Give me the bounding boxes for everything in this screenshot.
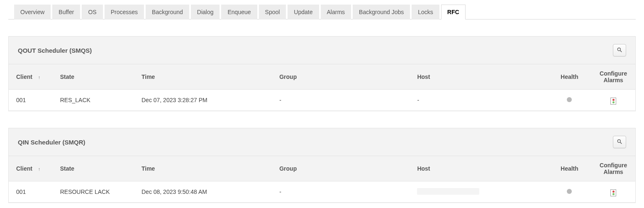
col-health[interactable]: Health: [548, 156, 592, 181]
col-client[interactable]: Client ↑: [9, 64, 53, 90]
col-client-label: Client: [16, 165, 32, 172]
col-group[interactable]: Group: [272, 64, 410, 90]
cell-health: [548, 90, 592, 111]
tab-os[interactable]: OS: [82, 5, 102, 20]
cell-health: [548, 181, 592, 203]
col-health[interactable]: Health: [548, 64, 592, 90]
svg-line-1: [620, 50, 622, 52]
traffic-red-icon: [612, 191, 615, 193]
traffic-red-icon: [612, 99, 615, 101]
svg-point-0: [617, 48, 620, 51]
col-alarms[interactable]: Configure Alarms: [591, 156, 635, 181]
traffic-green-icon: [612, 101, 615, 103]
sort-asc-icon: ↑: [38, 75, 41, 80]
tab-overview[interactable]: Overview: [14, 5, 51, 20]
scheduler-table: Client ↑ State Time Group Host Health Co…: [9, 64, 635, 111]
cell-group: -: [272, 181, 410, 203]
search-button[interactable]: [613, 44, 626, 56]
col-alarms[interactable]: Configure Alarms: [591, 64, 635, 90]
tab-rfc[interactable]: RFC: [441, 5, 466, 20]
tab-enqueue[interactable]: Enqueue: [221, 5, 257, 20]
tab-spool[interactable]: Spool: [259, 5, 286, 20]
col-client-label: Client: [16, 73, 32, 80]
col-state[interactable]: State: [53, 156, 134, 181]
panel-header: QOUT Scheduler (SMQS): [9, 37, 635, 64]
col-host[interactable]: Host: [410, 64, 547, 90]
cell-host: -: [410, 90, 547, 111]
col-time[interactable]: Time: [134, 64, 272, 90]
cell-host: [410, 181, 547, 203]
search-button[interactable]: [613, 136, 626, 148]
cell-state: RES_LACK: [53, 90, 134, 111]
cell-time: Dec 08, 2023 9:50:48 AM: [134, 181, 272, 203]
panel-header: QIN Scheduler (SMQR): [9, 128, 635, 156]
search-icon: [617, 47, 622, 54]
svg-line-3: [620, 142, 622, 144]
panel-title: QIN Scheduler (SMQR): [18, 139, 85, 146]
tab-strip: Overview Buffer OS Processes Background …: [8, 4, 636, 20]
tab-dialog[interactable]: Dialog: [191, 5, 220, 20]
cell-alarms: [591, 181, 635, 203]
col-time[interactable]: Time: [134, 156, 272, 181]
col-host[interactable]: Host: [410, 156, 547, 181]
tab-alarms[interactable]: Alarms: [321, 5, 351, 20]
panel-title: QOUT Scheduler (SMQS): [18, 47, 92, 54]
panel-qout-scheduler: QOUT Scheduler (SMQS) Client ↑ State Tim…: [8, 36, 636, 111]
tab-update[interactable]: Update: [288, 5, 319, 20]
health-status-icon: [567, 189, 572, 194]
table-row: 001 RES_LACK Dec 07, 2023 3:28:27 PM - -: [9, 90, 635, 111]
cell-alarms: [591, 90, 635, 111]
configure-alarms-button[interactable]: [610, 189, 616, 196]
traffic-green-icon: [612, 193, 615, 195]
cell-time: Dec 07, 2023 3:28:27 PM: [134, 90, 272, 111]
tab-processes[interactable]: Processes: [105, 5, 144, 20]
scheduler-table: Client ↑ State Time Group Host Health Co…: [9, 156, 635, 203]
panel-qin-scheduler: QIN Scheduler (SMQR) Client ↑ State Time…: [8, 128, 636, 203]
tab-buffer[interactable]: Buffer: [52, 5, 80, 20]
col-state[interactable]: State: [53, 64, 134, 90]
svg-point-2: [617, 139, 620, 142]
tab-background[interactable]: Background: [146, 5, 189, 20]
col-client[interactable]: Client ↑: [9, 156, 53, 181]
tab-background-jobs[interactable]: Background Jobs: [353, 5, 410, 20]
configure-alarms-button[interactable]: [610, 98, 616, 105]
tab-locks[interactable]: Locks: [412, 5, 439, 20]
col-group[interactable]: Group: [272, 156, 410, 181]
search-icon: [617, 139, 622, 146]
health-status-icon: [567, 97, 572, 102]
cell-client: 001: [9, 90, 53, 111]
sort-asc-icon: ↑: [38, 166, 41, 171]
cell-client: 001: [9, 181, 53, 203]
cell-group: -: [272, 90, 410, 111]
host-redacted: [417, 188, 479, 195]
table-row: 001 RESOURCE LACK Dec 08, 2023 9:50:48 A…: [9, 181, 635, 203]
cell-state: RESOURCE LACK: [53, 181, 134, 203]
